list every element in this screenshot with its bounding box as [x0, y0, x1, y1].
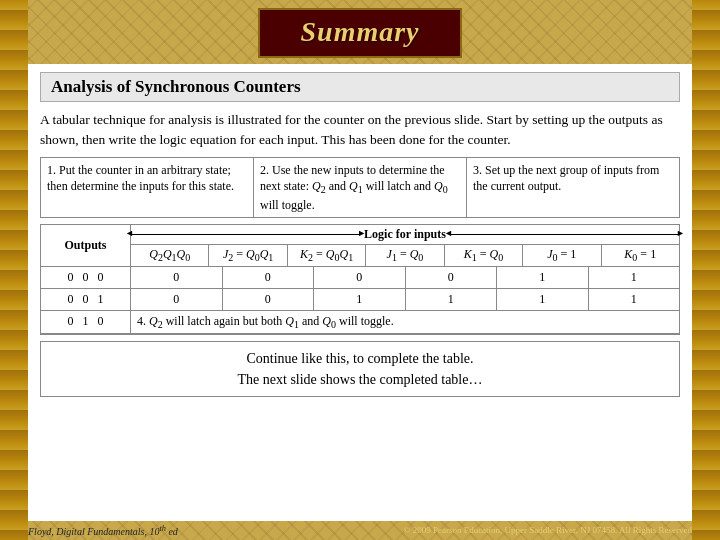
col-header-k2: K2 = Q0Q1: [288, 245, 366, 265]
title-section: Summary: [0, 0, 720, 64]
subtitle-text: Analysis of Synchronous Counters: [51, 77, 301, 96]
table-row: 0 0 1 0 0 1 1 1 1: [41, 289, 679, 311]
desc-cell-1: 1. Put the counter in an arbitrary state…: [41, 158, 254, 217]
note-text-cell: 4. Q2 will latch again but both Q1 and Q…: [131, 311, 679, 333]
col-header-k1: K1 = Q0: [445, 245, 523, 265]
arrow-line: [131, 234, 360, 235]
continue-box: Continue like this, to complete the tabl…: [40, 341, 680, 397]
output-cell-3: 0 1 0: [41, 311, 131, 333]
footer: Floyd, Digital Fundamentals, 10th ed © 2…: [0, 521, 720, 540]
output-cell-2: 0 0 1: [41, 289, 131, 310]
logic-header-container: Logic for inputs Q2Q1Q0 J2 = Q0Q1 K2 = Q…: [131, 225, 679, 265]
content-area: Analysis of Synchronous Counters A tabul…: [28, 64, 692, 521]
table-header-row: Outputs Logic for inputs Q2Q1Q0 J2 = Q0Q…: [41, 225, 679, 266]
footer-right: © 2009 Pearson Education, Upper Saddle R…: [404, 525, 692, 535]
data-cell-2-2: 0: [223, 289, 315, 310]
desc-row: 1. Put the counter in an arbitrary state…: [40, 157, 680, 218]
data-cell-2-5: 1: [497, 289, 589, 310]
desc-cell-2: 2. Use the new inputs to determine the n…: [254, 158, 467, 217]
logic-cols-header: Q2Q1Q0 J2 = Q0Q1 K2 = Q0Q1 J1 = Q0 K1 = …: [131, 244, 679, 265]
outputs-header: Outputs: [41, 225, 131, 265]
data-cell-2-3: 1: [314, 289, 406, 310]
data-cell-1-1: 0: [131, 267, 223, 288]
title-box: Summary: [258, 8, 461, 58]
data-cell-1-6: 1: [589, 267, 680, 288]
main-container: Summary Analysis of Synchronous Counters…: [0, 0, 720, 540]
logic-header-label: Logic for inputs: [131, 225, 679, 244]
col-header-j2: J2 = Q0Q1: [209, 245, 287, 265]
data-cell-1-5: 1: [497, 267, 589, 288]
col-header-j1: J1 = Q0: [366, 245, 444, 265]
col-header-k0: K0 = 1: [602, 245, 679, 265]
subtitle-box: Analysis of Synchronous Counters: [40, 72, 680, 102]
table-section: Outputs Logic for inputs Q2Q1Q0 J2 = Q0Q…: [40, 224, 680, 508]
footer-left: Floyd, Digital Fundamentals, 10th ed: [28, 524, 178, 537]
data-cell-1-2: 0: [223, 267, 315, 288]
data-cell-2-4: 1: [406, 289, 498, 310]
col-header-q: Q2Q1Q0: [131, 245, 209, 265]
data-cell-2-1: 0: [131, 289, 223, 310]
data-cell-1-3: 0: [314, 267, 406, 288]
table-wrapper: Outputs Logic for inputs Q2Q1Q0 J2 = Q0Q…: [40, 224, 680, 335]
data-cell-1-4: 0: [406, 267, 498, 288]
output-cell-1: 0 0 0: [41, 267, 131, 288]
table-row-note: 0 1 0 4. Q2 will latch again but both Q1…: [41, 311, 679, 334]
col-header-j0: J0 = 1: [523, 245, 601, 265]
desc-cell-3: 3. Set up the next group of inputs from …: [467, 158, 679, 217]
page-title: Summary: [300, 16, 419, 47]
data-cell-2-6: 1: [589, 289, 680, 310]
arrow-line-right: [450, 234, 679, 235]
intro-paragraph: A tabular technique for analysis is illu…: [40, 110, 680, 149]
table-row: 0 0 0 0 0 0 0 1 1: [41, 267, 679, 289]
